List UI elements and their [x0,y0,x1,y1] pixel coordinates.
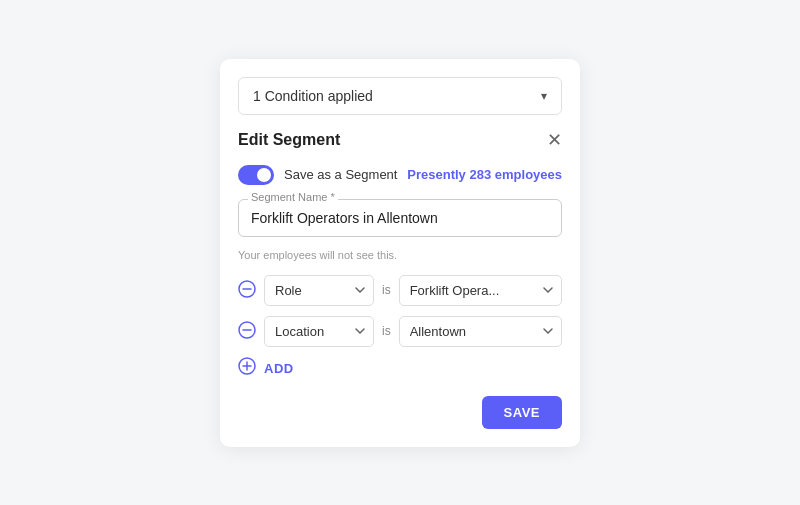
condition-value-select-2[interactable]: Allentown [399,316,562,347]
segment-name-field: Segment Name * [238,199,562,237]
condition-value-select-1[interactable]: Forklift Opera... [399,275,562,306]
edit-segment-card: 1 Condition applied ▾ Edit Segment ✕ Sav… [220,59,580,447]
remove-condition-2-button[interactable] [238,321,256,342]
edit-segment-title: Edit Segment [238,131,340,149]
condition-type-select-2[interactable]: Role Location Department [264,316,374,347]
chevron-down-icon: ▾ [541,89,547,103]
condition-bar[interactable]: 1 Condition applied ▾ [238,77,562,115]
add-condition-label[interactable]: ADD [264,361,294,376]
toggle-left: Save as a Segment [238,165,397,185]
employees-text: Presently [407,167,466,182]
condition-bar-label: 1 Condition applied [253,88,373,104]
is-label-1: is [382,283,391,297]
edit-segment-header: Edit Segment ✕ [238,131,562,149]
footer: SAVE [238,396,562,429]
is-label-2: is [382,324,391,338]
employees-number: 283 [469,167,491,182]
condition-row-2: Role Location Department is Allentown [238,316,562,347]
edit-segment-panel: Edit Segment ✕ Save as a Segment Present… [220,115,580,447]
add-condition-row[interactable]: ADD [238,357,562,380]
employees-count: Presently 283 employees [407,167,562,182]
segment-name-label: Segment Name * [248,191,338,203]
save-as-segment-toggle[interactable] [238,165,274,185]
employees-suffix: employees [495,167,562,182]
remove-condition-1-button[interactable] [238,280,256,301]
save-button[interactable]: SAVE [482,396,562,429]
toggle-row: Save as a Segment Presently 283 employee… [238,165,562,185]
segment-name-input[interactable] [238,199,562,237]
condition-row-1: Role Location Department is Forklift Ope… [238,275,562,306]
close-button[interactable]: ✕ [547,131,562,149]
toggle-label: Save as a Segment [284,167,397,182]
condition-type-select-1[interactable]: Role Location Department [264,275,374,306]
segment-name-helper: Your employees will not see this. [238,249,562,261]
add-circle-icon [238,357,256,380]
